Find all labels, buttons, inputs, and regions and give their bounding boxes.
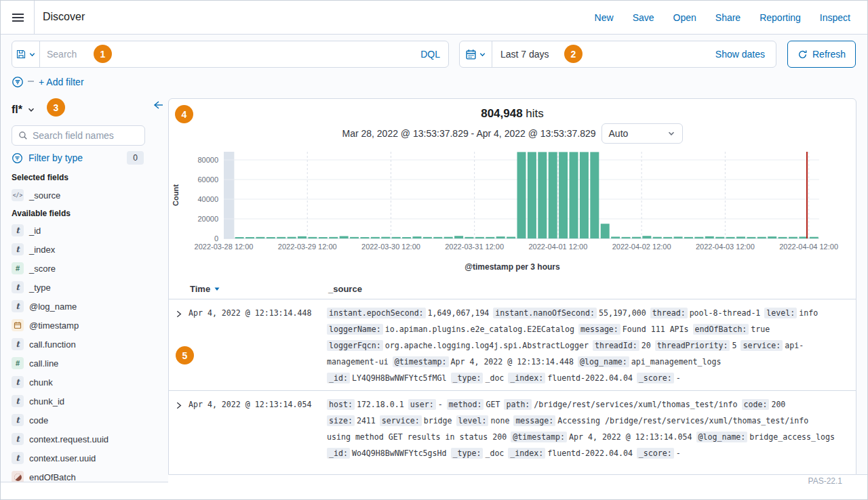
divider — [856, 474, 868, 475]
histogram-bar — [412, 236, 421, 238]
field-key: method: — [447, 399, 484, 410]
field-value: 55,197,000 — [599, 308, 646, 318]
time-range-label[interactable]: Last 7 days — [492, 49, 549, 60]
histogram-chart[interactable]: 0200004000060000800002022-03-28 12:00202… — [169, 148, 856, 251]
field-label: _score — [29, 264, 56, 274]
show-dates-link[interactable]: Show dates — [715, 49, 776, 60]
svg-text:2022-04-04 12:00: 2022-04-04 12:00 — [779, 243, 838, 251]
filter-icon[interactable] — [12, 76, 24, 91]
callout-4: 4 — [175, 105, 193, 123]
sort-down-icon[interactable] — [214, 285, 220, 292]
refresh-label: Refresh — [812, 49, 846, 60]
field-value: fluentd-2022.04.04 — [547, 373, 633, 383]
field-item-@timestamp[interactable]: @timestamp — [12, 316, 157, 335]
time-column-header[interactable]: Time — [190, 284, 210, 294]
number-field-icon: # — [12, 357, 24, 369]
field-value: bridge — [424, 416, 452, 425]
collapse-sidebar-icon[interactable] — [153, 100, 163, 113]
histogram-bar — [601, 224, 610, 238]
histogram-bar — [684, 237, 693, 238]
refresh-button[interactable]: Refresh — [787, 41, 856, 68]
field-item-call.function[interactable]: tcall.function — [12, 335, 157, 354]
field-item-chunk[interactable]: tchunk — [12, 373, 157, 392]
interval-select[interactable]: Auto — [601, 123, 683, 144]
field-value: using method GET results in status 200 — [327, 432, 507, 442]
field-label: chunk — [29, 377, 53, 388]
field-item-code[interactable]: tcode — [12, 411, 157, 430]
fields-sidebar: fl* Search field names Filter by type 0 … — [1, 96, 168, 482]
string-field-icon: t — [12, 243, 24, 255]
number-field-icon: # — [12, 262, 24, 274]
menu-icon[interactable] — [9, 9, 28, 26]
histogram-bar — [475, 237, 484, 238]
field-item-_source[interactable]: </>_source — [12, 186, 157, 205]
histogram-bar — [517, 152, 526, 238]
bottom-strip — [168, 475, 867, 499]
histogram-bar — [308, 237, 317, 238]
document-table: Apr 4, 2022 @ 12:13:14.448instant.epochS… — [169, 299, 856, 465]
field-search-box[interactable]: Search field names — [12, 125, 145, 146]
svg-text:2022-04-01 12:00: 2022-04-01 12:00 — [528, 243, 587, 251]
field-item-_index[interactable]: t_index — [12, 240, 157, 259]
expand-row-icon[interactable] — [169, 396, 189, 461]
string-field-icon: t — [12, 433, 24, 445]
query-language-button[interactable]: DQL — [420, 49, 448, 60]
field-label: endOfBatch — [29, 472, 76, 482]
index-pattern-selector[interactable]: fl* — [12, 104, 22, 116]
field-key: _index: — [508, 373, 545, 383]
calendar-icon — [465, 49, 477, 60]
histogram-bar — [789, 237, 797, 238]
field-key: user: — [408, 399, 436, 410]
selected-fields-header: Selected fields — [12, 173, 157, 182]
svg-text:2022-04-02 12:00: 2022-04-02 12:00 — [612, 243, 671, 251]
histogram-bar — [632, 237, 641, 238]
nav-link-share[interactable]: Share — [715, 12, 741, 23]
histogram-bar — [402, 237, 411, 238]
field-item-_id[interactable]: t_id — [12, 221, 157, 240]
svg-text:80000: 80000 — [197, 156, 218, 164]
field-item-_score[interactable]: #_score — [12, 259, 157, 278]
nav-link-open[interactable]: Open — [673, 12, 696, 23]
field-item-context.user.uuid[interactable]: tcontext.user.uuid — [12, 449, 157, 467]
field-item-chunk_id[interactable]: tchunk_id — [12, 392, 157, 411]
field-key: threadPriority: — [655, 340, 730, 351]
field-key: endOfBatch: — [693, 324, 749, 335]
nav-link-new[interactable]: New — [595, 12, 614, 23]
field-item-_type[interactable]: t_type — [12, 278, 157, 297]
row-timestamp: Apr 4, 2022 @ 12:13:14.054 — [189, 396, 327, 461]
search-bar[interactable]: Search DQL — [12, 41, 449, 68]
field-value: 20 — [642, 341, 651, 350]
boolean-field-icon — [12, 471, 24, 482]
field-value: 5 — [732, 341, 736, 350]
field-label: _type — [29, 283, 51, 293]
histogram-bar — [235, 237, 244, 238]
histogram-bar — [392, 237, 401, 238]
nav-link-reporting[interactable]: Reporting — [760, 12, 801, 23]
expand-row-icon[interactable] — [169, 305, 189, 386]
saved-query-button[interactable] — [12, 41, 40, 67]
discover-page: Discover NewSaveOpenShareReportingInspec… — [0, 0, 868, 500]
svg-text:2022-03-29 12:00: 2022-03-29 12:00 — [278, 243, 337, 251]
field-value: _doc — [485, 373, 504, 383]
field-key: size: — [327, 415, 355, 426]
field-item-endOfBatch[interactable]: endOfBatch — [12, 467, 157, 482]
selected-fields-list: </>_source — [12, 186, 157, 205]
calendar-dropdown-button[interactable] — [460, 41, 492, 67]
field-item-call.line[interactable]: #call.line — [12, 354, 157, 373]
table-row: Apr 4, 2022 @ 12:13:14.054host:172.18.0.… — [169, 391, 856, 465]
add-filter-link[interactable]: + Add filter — [39, 77, 84, 87]
filter-by-type-link[interactable]: Filter by type — [28, 152, 83, 163]
histogram-bar — [371, 237, 380, 238]
field-key: _id: — [327, 373, 350, 383]
field-item-@log_name[interactable]: t@log_name — [12, 297, 157, 316]
field-value: api_management_logs — [631, 357, 722, 367]
field-item-context.request.uuid[interactable]: tcontext.request.uuid — [12, 430, 157, 449]
histogram-bar — [298, 236, 307, 238]
nav-link-save[interactable]: Save — [633, 12, 654, 23]
field-label: _index — [29, 245, 55, 255]
chevron-down-icon[interactable] — [27, 106, 35, 114]
field-value: - — [676, 373, 681, 383]
nav-link-inspect[interactable]: Inspect — [820, 12, 850, 23]
string-field-icon: t — [12, 452, 24, 464]
filter-dash — [28, 81, 34, 82]
